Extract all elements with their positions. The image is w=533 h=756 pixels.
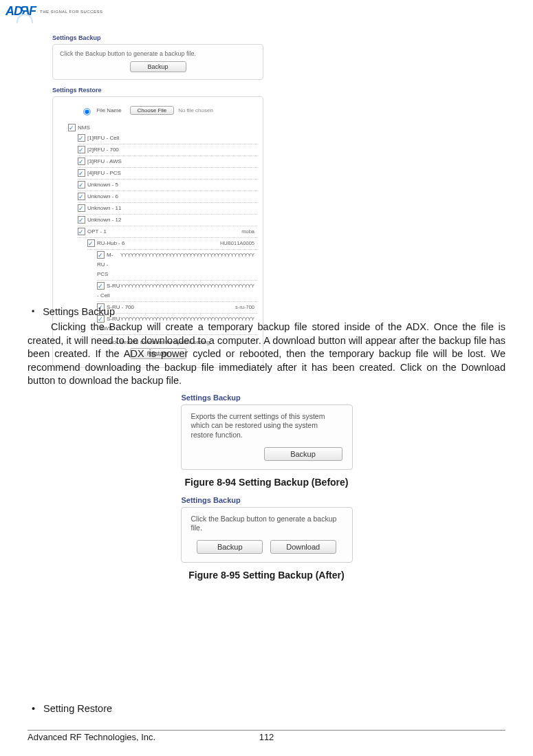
tree-item: RU-Hub - 6 [97, 240, 124, 246]
body-text-area: • Settings Backup Clicking the Backup wi… [28, 305, 505, 581]
mini-title: Settings Backup [182, 496, 352, 504]
settings-backup-title: Settings Backup [52, 34, 263, 41]
bullet-item: • Settings Backup [32, 305, 505, 318]
tree-item: [1]RFU - Cell [87, 135, 119, 141]
tree-item: Unknown - 12 [87, 217, 121, 223]
checkbox-icon[interactable] [78, 158, 85, 165]
bullet-dot: • [32, 305, 34, 318]
figure-before: Settings Backup Exports the current sett… [28, 393, 505, 488]
device-tree: NMS [1]RFU - Cell [2]RFU - 700 [3]RFU - … [58, 123, 257, 335]
checkbox-icon[interactable] [68, 124, 76, 131]
mini-text: Click the Backup button to generate a ba… [191, 515, 342, 533]
checkbox-icon[interactable] [97, 251, 105, 259]
checkbox-icon[interactable] [78, 169, 85, 177]
footer-page-number: 112 [259, 732, 274, 742]
mini-title: Settings Backup [182, 393, 352, 402]
bullet-title: Settings Backup [43, 305, 115, 318]
figure-caption: Figure 8-95 Setting Backup (After) [28, 570, 505, 581]
backup-button[interactable]: Backup [130, 61, 186, 72]
bullet-dot: • [32, 703, 35, 714]
checkbox-icon[interactable] [78, 228, 85, 235]
backup-card: Click the Backup button to generate a ba… [52, 44, 263, 80]
checkbox-icon[interactable] [97, 282, 105, 290]
tree-item-right: YYYYYYYYYYYYYYYYYYYYYYYYYYYYYYYYYYYYYYY [120, 250, 254, 279]
choose-file-button[interactable]: Choose File [130, 106, 174, 115]
checkbox-icon[interactable] [78, 216, 85, 224]
tree-item-right: YYYYYYYYYYYYYYYYYYYYYYYYYYYYYYYYYYYYYYY [120, 281, 254, 301]
checkbox-icon[interactable] [78, 193, 85, 200]
checkbox-icon[interactable] [78, 181, 85, 188]
settings-restore-title: Settings Restore [52, 87, 263, 94]
checkbox-icon[interactable] [78, 146, 85, 153]
bullet-item: • Setting Restore [32, 703, 112, 714]
download-button[interactable]: Download [270, 540, 336, 554]
paragraph: Clicking the Backup will create a tempor… [28, 321, 505, 388]
brand-tagline: THE SIGNAL FOR SUCCESS [40, 10, 102, 14]
tree-label: NMS [78, 125, 90, 131]
tree-item: Unknown - 6 [87, 193, 118, 199]
backup-card-text: Click the Backup button to generate a ba… [60, 50, 256, 57]
no-file-chosen-text: No file chosen [178, 107, 213, 114]
file-chooser-row: File Name Choose File No file chosen [79, 105, 257, 116]
footer-company: Advanced RF Technologies, Inc. [28, 732, 155, 742]
tree-item: [4]RFU - PCS [87, 170, 121, 176]
backup-button[interactable]: Backup [264, 447, 342, 461]
logo-letter: A [6, 4, 14, 18]
page-footer: Advanced RF Technologies, Inc. 112 [28, 730, 505, 742]
checkbox-icon[interactable] [78, 204, 85, 212]
mini-card-after: Click the Backup button to generate a ba… [181, 507, 353, 563]
figure-after: Settings Backup Click the Backup button … [28, 496, 505, 581]
figure-caption: Figure 8-94 Setting Backup (Before) [28, 477, 505, 488]
file-name-label: File Name [96, 107, 121, 114]
wifi-arc-decoration [14, 14, 34, 25]
tree-item: OPT - 1 [87, 228, 107, 235]
checkbox-icon[interactable] [78, 134, 85, 142]
mini-card-before: Exports the current settings of this sys… [181, 404, 353, 470]
bullet-title: Setting Restore [43, 703, 112, 714]
tree-item: [3]RFU - AWS [87, 158, 122, 164]
tree-item: Unknown - 5 [87, 182, 118, 188]
file-source-radio[interactable] [83, 108, 90, 115]
checkbox-icon[interactable] [87, 239, 95, 247]
tree-item-right: moba [241, 227, 254, 237]
tree-item-right: HUB011A0005 [220, 239, 254, 248]
backup-button[interactable]: Backup [197, 540, 263, 554]
tree-item: Unknown - 11 [87, 205, 121, 211]
tree-item: [2]RFU - 700 [87, 147, 119, 153]
mini-text: Exports the current settings of this sys… [191, 412, 342, 440]
